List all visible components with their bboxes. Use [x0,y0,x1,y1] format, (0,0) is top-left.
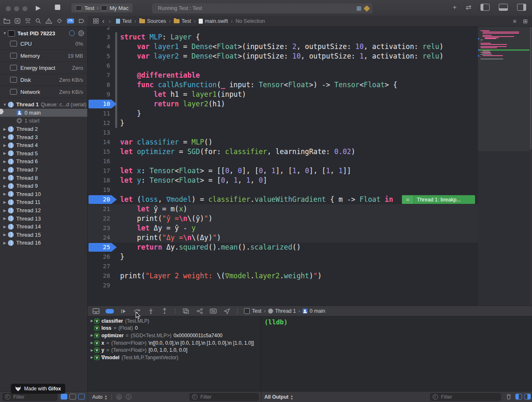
variables-scope-select[interactable]: Auto▲▼ [92,394,108,400]
variables-filter-input[interactable] [200,394,256,400]
view-hierarchy-icon[interactable] [182,307,190,315]
traffic-lights[interactable] [6,5,31,13]
disclosure-triangle-icon[interactable]: ▶ [89,348,94,352]
line-number[interactable]: 13 [88,128,110,137]
gauge-row-network[interactable]: NetworkZero KB/s [0,86,87,98]
variable-row--model[interactable]: ▶V∇model(Test.MLP.TangentVector) [88,354,261,361]
toggle-navigator-icon[interactable] [480,4,490,11]
sidebar-item-thread-5[interactable]: ▶Thread 5 [0,150,87,158]
debug-crumb-0-main[interactable]: 0 main [303,308,325,314]
line-number[interactable]: 19 [88,185,110,195]
disclosure-triangle-icon[interactable]: ▶ [2,233,7,237]
gauge-row-disk[interactable]: DiskZero KB/s [0,74,87,86]
minimize-window-icon[interactable] [14,6,19,11]
line-number[interactable]: 3 [88,32,110,42]
code-line-12[interactable]: 12} [88,118,478,128]
navigator-tab-project-icon[interactable] [3,17,10,25]
line-number[interactable]: 18 [88,176,110,185]
code-line-26[interactable]: 26} [88,252,478,262]
disclosure-triangle-icon[interactable]: ▶ [2,143,7,147]
breadcrumb-item-sources[interactable]: Sources [139,18,166,24]
breadcrumb-item-test[interactable]: Test [174,18,191,24]
variable-row-loss[interactable]: Vloss=(Float)0 [88,325,261,332]
filter-stack-frames-icon[interactable] [78,394,85,400]
code-review-icon[interactable]: ⇄ [466,3,471,11]
disclosure-triangle-icon[interactable]: ▶ [2,168,7,172]
code-line-16[interactable]: 16 [88,157,478,166]
sidebar-item-thread-8[interactable]: ▶Thread 8 [0,174,87,182]
sidebar-item-thread-1[interactable]: ▼ Thread 1 Queue: c...d (serial) [0,100,87,109]
filter-crashed-threads-icon[interactable] [69,394,76,400]
debug-crumb-thread-1[interactable]: Thread 1 [268,308,296,314]
line-number[interactable]: 7 [88,71,110,80]
view-mode-icon[interactable] [78,30,84,36]
navigator-tab-tests-icon[interactable] [56,17,63,25]
breadcrumb-item-no-selection[interactable]: No Selection [236,18,265,24]
disclosure-triangle-icon[interactable]: ▶ [2,151,7,155]
code-line-10[interactable]: 10 return layer2(h1) [88,99,478,109]
line-number[interactable]: 29 [88,281,110,290]
scheme-project[interactable]: Test [84,5,94,11]
breakpoints-toggle-icon[interactable] [106,309,114,314]
code-line-29[interactable]: 29 [88,281,478,290]
code-line-3[interactable]: 3struct MLP: Layer { [88,32,478,42]
code-line-9[interactable]: 9 let h1 = layer1(input) [88,90,478,99]
disclosure-triangle-icon[interactable]: ▶ [2,216,7,221]
disclosure-triangle-icon[interactable]: ▶ [2,192,7,196]
show-console-view-icon[interactable] [524,394,531,400]
sidebar-item-thread-14[interactable]: ▶Thread 14 [0,223,87,231]
navigator-filter-field[interactable] [2,393,57,401]
continue-icon[interactable] [119,307,128,315]
disclosure-triangle-icon[interactable]: ▶ [2,208,7,213]
environment-overrides-icon[interactable] [209,307,217,315]
variable-row-x[interactable]: ▶Vx=(Tensor<Float>)\n[[0.0, 0.0],\n [0.0… [88,339,261,347]
line-number[interactable]: 16 [88,157,110,166]
line-number[interactable]: 25 [88,243,110,252]
code-line-22[interactable]: 22 print("ŷ =\n\(ŷ)") [88,214,478,223]
scheme-selector[interactable]: Test › My Mac [71,3,133,12]
code-line-27[interactable]: 27 [88,262,478,271]
disclosure-triangle-icon[interactable]: ▶ [2,225,7,229]
line-number[interactable]: 10 [88,99,110,109]
code-line-24[interactable]: 24 print("Δy =\n\(Δy)") [88,233,478,243]
sidebar-item-thread-16[interactable]: ▶Thread 16 [0,239,87,247]
filter-flagged-threads-icon[interactable] [61,394,67,400]
back-button[interactable]: ‹ [102,17,104,25]
stack-frame-1-start[interactable]: 1 start [0,117,87,125]
process-row[interactable]: ▼ Test PID 78223 [0,29,87,38]
console-view[interactable]: (lldb) [261,316,532,391]
related-items-icon[interactable] [92,17,100,25]
stack-frame-0-main[interactable]: 0 main [0,109,87,117]
code-line-8[interactable]: 8 func callAsFunction(_ input: Tensor<Fl… [88,80,478,90]
line-number[interactable]: 5 [88,51,110,61]
code-line-11[interactable]: 11 } [88,109,478,118]
breadcrumb-item-main-swift[interactable]: main.swift [199,18,228,24]
code-line-15[interactable]: 15let optimizer = SGD(for: classifier, l… [88,147,478,157]
line-number[interactable]: 9 [88,90,110,99]
variables-filter-field[interactable] [190,393,259,401]
line-number[interactable]: 27 [88,262,110,271]
disclosure-triangle-icon[interactable]: ▶ [2,135,7,139]
line-number[interactable]: 12 [88,118,110,128]
code-line-17[interactable]: 17let x: Tensor<Float> = [[0, 0], [0, 1]… [88,166,478,176]
navigator-tab-symbols-icon[interactable] [25,17,31,25]
disclosure-triangle-icon[interactable]: ▶ [2,184,7,188]
disclosure-triangle-icon[interactable]: ▼ [2,31,7,35]
navigator-filter-input[interactable] [12,394,55,400]
source-editor[interactable]: 23struct MLP: Layer {4 var layer1 = Dens… [88,27,532,306]
hide-debug-area-icon[interactable] [92,307,100,315]
variable-row-y[interactable]: ▶Vy=(Tensor<Float>)[0.0, 1.0, 1.0, 0.0] [88,346,261,354]
sidebar-item-thread-9[interactable]: ▶Thread 9 [0,182,87,190]
code-line-5[interactable]: 5 var layer2 = Dense<Float>(inputSize: 1… [88,51,478,61]
stop-button[interactable] [55,5,60,10]
code-line-18[interactable]: 18let y: Tensor<Float> = [0, 1, 1, 0] [88,176,478,185]
navigator-tab-issues-icon[interactable] [45,17,52,25]
clear-console-icon[interactable] [505,393,512,400]
line-number[interactable]: 17 [88,166,110,176]
toggle-inspector-icon[interactable] [517,4,526,11]
simulate-location-icon[interactable] [223,307,231,315]
line-number[interactable]: 14 [88,137,110,147]
line-number[interactable]: 15 [88,147,110,157]
code-line-6[interactable]: 6 [88,61,478,71]
console-output-select[interactable]: All Output▲▼ [264,394,293,400]
